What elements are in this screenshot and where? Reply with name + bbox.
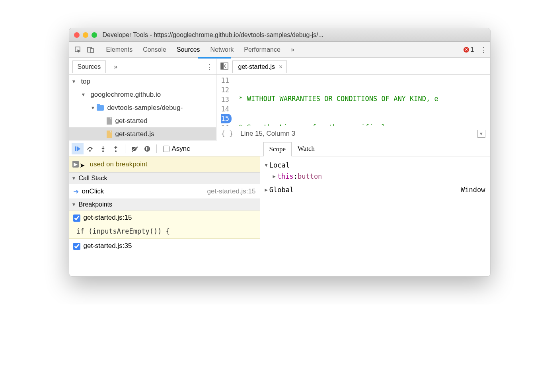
async-toggle[interactable]: Async	[163, 145, 190, 153]
tab-performance[interactable]: Performance	[244, 46, 280, 53]
device-toggle-icon[interactable]	[85, 44, 96, 55]
code-lines[interactable]: * WITHOUT WARRANTIES OR CONDITIONS OF AN…	[232, 75, 490, 126]
close-button[interactable]	[74, 32, 80, 38]
error-counter[interactable]: ✕ 1	[464, 46, 474, 53]
window-title: Developer Tools - https://googlechrome.g…	[103, 31, 324, 39]
linenum: 12	[221, 85, 229, 95]
svg-point-15	[144, 146, 150, 152]
colon: :	[294, 171, 298, 182]
callstack-header[interactable]: ▼ Call Stack	[69, 172, 260, 184]
expand-icon: ▶	[273, 171, 276, 182]
tree-folder[interactable]: ▼ devtools-samples/debug-	[69, 101, 216, 114]
svg-point-10	[102, 150, 104, 152]
step-over-button[interactable]	[84, 143, 96, 154]
settings-menu-icon[interactable]: ⋮	[480, 45, 487, 54]
debugger-left: Async ▶➤ used on breakpoint ▼ Call Stack…	[69, 141, 260, 276]
section-label: Breakpoints	[78, 201, 112, 208]
linenum-breakpoint[interactable]: 15	[221, 114, 232, 123]
separator	[156, 144, 157, 153]
breakpoint-label: get-started.js:35	[84, 242, 132, 250]
scope-tabs: Scope Watch	[260, 141, 490, 156]
tree-label: devtools-samples/debug-	[107, 104, 183, 112]
separator	[125, 144, 125, 153]
frame-location: get-started.js:15	[207, 187, 256, 195]
expand-icon: ▼	[91, 105, 95, 111]
tab-watch[interactable]: Watch	[292, 142, 321, 156]
linenum: 11	[221, 76, 229, 85]
panel-tabs: Elements Console Sources Network Perform…	[106, 46, 294, 53]
minimize-button[interactable]	[83, 32, 88, 38]
tree-label: get-started	[115, 117, 148, 125]
maximize-button[interactable]	[92, 32, 97, 38]
code-area[interactable]: 11 12 13 14 15 16 17 * WITHOUT WARRANTIE…	[216, 75, 490, 126]
deactivate-breakpoints-button[interactable]	[129, 143, 140, 154]
tree-domain[interactable]: ▼ googlechrome.github.io	[69, 88, 216, 101]
linenum: 13	[221, 95, 229, 104]
close-tab-icon[interactable]: ×	[279, 63, 282, 70]
linenum: 16	[221, 123, 229, 126]
inspect-icon[interactable]	[72, 44, 84, 55]
main-toolbar: Elements Console Sources Network Perform…	[69, 42, 490, 58]
linenum: 14	[221, 104, 229, 114]
var-name: this	[277, 171, 294, 182]
tree-label: get-started.js	[115, 130, 154, 138]
tree-file-js[interactable]: get-started.js	[69, 127, 216, 140]
debugger-panel: Async ▶➤ used on breakpoint ▼ Call Stack…	[69, 141, 490, 276]
expand-icon: ▼	[72, 176, 76, 181]
section-label: Call Stack	[78, 175, 107, 182]
step-out-button[interactable]	[110, 143, 122, 154]
breakpoint-item[interactable]: get-started.js:35	[69, 239, 260, 253]
tree-top[interactable]: ▼ top	[69, 75, 216, 88]
breakpoint-code: if (inputsAreEmpty()) {	[76, 227, 256, 235]
step-into-button[interactable]	[97, 143, 109, 154]
tab-elements[interactable]: Elements	[106, 46, 133, 53]
editor-status-bar: { } Line 15, Column 3 ▼	[216, 126, 490, 141]
breakpoints-header[interactable]: ▼ Breakpoints	[69, 199, 260, 211]
tabs-overflow[interactable]: »	[291, 46, 294, 53]
svg-rect-6	[221, 63, 224, 69]
breakpoint-checkbox[interactable]	[73, 243, 80, 250]
tab-scope[interactable]: Scope	[263, 142, 292, 156]
svg-point-12	[115, 150, 117, 152]
tab-sources[interactable]: Sources	[177, 46, 200, 53]
svg-rect-2	[90, 49, 93, 53]
scope-label: Global	[269, 184, 294, 195]
scope-global[interactable]: ▶ Global Window	[265, 184, 485, 195]
pause-exceptions-button[interactable]	[141, 143, 153, 154]
scope-local[interactable]: ▼ Local	[265, 160, 485, 171]
expand-icon: ▼	[265, 160, 268, 171]
tree-label: googlechrome.github.io	[90, 91, 161, 99]
expand-icon: ▼	[72, 202, 76, 207]
callstack-frame[interactable]: ➜ onClick get-started.js:15	[69, 184, 260, 199]
editor-file-tab[interactable]: get-started.js ×	[232, 60, 287, 73]
js-file-icon	[107, 131, 112, 138]
pane-toggle-icon[interactable]	[220, 62, 228, 71]
tree-file-html[interactable]: get-started	[69, 114, 216, 127]
tab-network[interactable]: Network	[210, 46, 234, 53]
breakpoint-item[interactable]: get-started.js:15 if (inputsAreEmpty()) …	[69, 211, 260, 239]
code-text: * See the License for the specific langu…	[235, 123, 438, 126]
expand-icon: ▶	[265, 184, 268, 195]
file-tab-label: get-started.js	[238, 63, 275, 70]
breakpoint-label: get-started.js:15	[84, 214, 132, 222]
devtools-window: Developer Tools - https://googlechrome.g…	[69, 28, 491, 277]
file-tree: ▼ top ▼ googlechrome.github.io ▼ devtool…	[69, 75, 216, 141]
svg-point-8	[89, 150, 91, 152]
resume-button[interactable]	[72, 143, 84, 154]
error-count: 1	[471, 46, 474, 53]
scope-this[interactable]: ▶ this: button	[265, 171, 485, 182]
frame-function: onClick	[82, 187, 104, 195]
tab-console[interactable]: Console	[143, 46, 166, 53]
pretty-print-icon[interactable]: { }	[221, 130, 234, 138]
scroll-indicator-icon[interactable]: ▼	[477, 130, 485, 138]
active-tab-indicator	[198, 57, 231, 59]
paused-banner[interactable]: ▶➤ used on breakpoint	[69, 156, 260, 172]
navigator-tabs-overflow[interactable]: »	[114, 63, 117, 70]
navigator-tab-sources[interactable]: Sources	[72, 60, 106, 73]
breakpoint-checkbox[interactable]	[73, 215, 80, 222]
async-checkbox[interactable]	[163, 146, 169, 152]
var-value: button	[298, 171, 322, 182]
navigator-menu-icon[interactable]: ⋮	[206, 62, 213, 71]
debugger-controls: Async	[69, 141, 260, 156]
cursor-position: Line 15, Column 3	[240, 130, 295, 138]
